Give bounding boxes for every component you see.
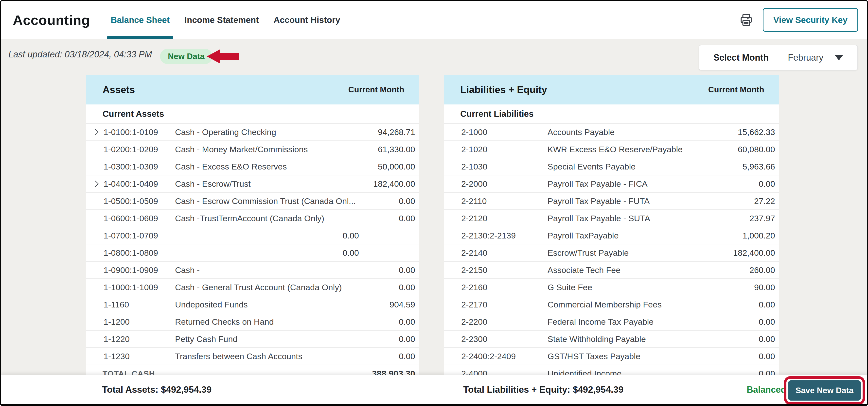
account-number: 2-2110 [461,196,548,206]
month-select-value: February [788,53,827,63]
table-row[interactable]: 1-1220Petty Cash Fund0.00 [86,331,419,348]
account-name: GST/HST Taxes Payable [548,351,759,361]
account-name: Federal Income Tax Payable [548,317,759,327]
account-number: 1-0500:1-0509 [103,196,175,206]
assets-current-month-column: Current Month [348,85,404,94]
table-row[interactable]: 2-2400:2-2409GST/HST Taxes Payable0.00 [444,348,779,365]
account-number: 2-1030 [461,162,548,171]
account-value: 237.97 [749,213,779,223]
month-select[interactable]: Select Month February [699,45,858,70]
account-name: Payroll Tax Payable - SUTA [548,213,749,223]
account-name: Payroll TaxPayable [548,231,743,240]
table-row[interactable]: 2-2160G Suite Fee90.00 [444,279,779,296]
tab-income-statement[interactable]: Income Statement [184,1,258,39]
account-name: Cash - General Trust Account (Canada Onl… [175,282,399,292]
account-value: 0.00 [399,265,419,275]
tab-account-history[interactable]: Account History [274,1,340,39]
table-row[interactable]: 2-2120Payroll Tax Payable - SUTA237.97 [444,210,779,227]
account-number: 1-0700:1-0709 [103,231,175,240]
account-value: 182,400.00 [733,248,779,258]
table-row[interactable]: 1-0400:1-0409Cash - Escrow/Trust182,400.… [86,175,419,193]
total-assets-text: Total Assets: $492,954.39 [102,384,212,395]
view-security-key-button[interactable]: View Security Key [763,8,858,32]
account-number: 2-2300 [461,334,548,344]
table-row[interactable]: 1-0800:1-08090.00 [86,244,419,262]
header-actions: View Security Key [739,1,858,39]
totals-footer: Total Assets: $492,954.39 Total Liabilit… [1,375,867,404]
account-value: 0.00 [759,334,779,344]
account-name: Returned Checks on Hand [175,317,399,327]
table-row[interactable]: 2-2300State Withholding Payable0.00 [444,331,779,348]
account-number: 1-1220 [103,334,175,344]
save-new-data-button[interactable]: Save New Data [788,380,861,401]
account-number: 1-0200:1-0209 [103,145,175,154]
table-row[interactable]: 1-0600:1-0609Cash -TrustTermAccount (Can… [86,210,419,227]
table-row[interactable]: 2-1030Special Events Payable5,963.66 [444,158,779,175]
chevron-right-icon[interactable] [93,180,103,188]
account-number: 2-2000 [461,179,548,189]
account-value: 0.00 [399,282,419,292]
table-row[interactable]: 2-1020KWR Excess E&O Reserve/Payable60,0… [444,141,779,158]
account-number: 1-0600:1-0609 [103,213,175,223]
account-number: 2-2200 [461,317,548,327]
account-value: 1,000.20 [743,231,779,240]
account-value: 61,330.00 [378,145,419,154]
table-row[interactable]: 2-2110Payroll Tax Payable - FUTA27.22 [444,193,779,210]
table-row[interactable]: 1-0500:1-0509Cash - Escrow Commission Tr… [86,193,419,210]
chevron-right-icon[interactable] [93,128,103,136]
month-select-label: Select Month [713,53,769,63]
account-value: 260.00 [749,265,779,275]
table-row[interactable]: 1-0100:1-0109Cash - Operating Checking94… [86,124,419,141]
table-row[interactable]: 2-2140Escrow/Trust Payable182,400.00 [444,244,779,262]
account-number: 2-2150 [461,265,548,275]
table-row[interactable]: 2-1000Accounts Payable15,662.33 [444,124,779,141]
account-name: State Withholding Payable [548,334,759,344]
account-name: Cash - Operating Checking [175,127,378,137]
account-value: 182,400.00 [373,179,419,189]
account-value: 5,963.66 [743,162,779,171]
account-value: 904.59 [390,300,419,309]
table-row[interactable]: 1-1000:1-1009Cash - General Trust Accoun… [86,279,419,296]
account-value: 0.00 [759,179,779,189]
account-name: Associate Tech Fee [548,265,749,275]
table-row[interactable]: 2-2130:2-2139Payroll TaxPayable1,000.20 [444,227,779,244]
account-value: 27.22 [754,196,779,206]
table-row[interactable]: 1-1230Transfers between Cash Accounts0.0… [86,348,419,365]
app-header: Accounting Balance SheetIncome Statement… [1,1,867,39]
assets-section-header: Current Assets [86,104,419,124]
account-number: 1-1230 [103,351,175,361]
account-name: Payroll Tax Payable - FUTA [548,196,754,206]
account-number: 2-2400:2-2409 [461,351,548,361]
account-value: 0.00 [343,231,419,240]
account-number: 1-1200 [103,317,175,327]
arrow-left-icon [207,49,240,65]
account-number: 2-2130:2-2139 [461,231,548,240]
account-name: Cash - Excess E&O Reserves [175,162,378,171]
account-value: 0.00 [399,196,419,206]
table-row[interactable]: 2-2150Associate Tech Fee260.00 [444,262,779,279]
table-row[interactable]: 1-0200:1-0209Cash - Money Market/Commiss… [86,141,419,158]
table-row[interactable]: 1-1160Undeposited Funds904.59 [86,296,419,313]
printer-icon[interactable] [739,12,754,28]
account-name: Transfers between Cash Accounts [175,351,399,361]
last-updated-text: Last updated: 03/18/2024, 04:33 PM [8,49,152,60]
table-row[interactable]: 1-1200Returned Checks on Hand0.00 [86,313,419,331]
tab-balance-sheet[interactable]: Balance Sheet [111,1,169,39]
assets-table-title: Assets [102,84,135,95]
assets-rows: 1-0100:1-0109Cash - Operating Checking94… [86,124,419,365]
account-number: 2-2120 [461,213,548,223]
table-row[interactable]: 2-2000Payroll Tax Payable - FICA0.00 [444,175,779,193]
table-row[interactable]: 2-2170Commercial Membership Fees0.00 [444,296,779,313]
account-number: 2-1020 [461,145,548,154]
tab-bar: Balance SheetIncome StatementAccount His… [111,1,340,39]
table-row[interactable]: 1-0700:1-07090.00 [86,227,419,244]
table-row[interactable]: 1-0900:1-0909Cash -0.00 [86,262,419,279]
save-highlight-ring: Save New Data [784,376,865,405]
table-row[interactable]: 2-2200Federal Income Tax Payable0.00 [444,313,779,331]
account-name: Cash - Escrow Commission Trust (Canada O… [175,196,399,206]
table-row[interactable]: 1-0300:1-0309Cash - Excess E&O Reserves5… [86,158,419,175]
account-number: 1-0400:1-0409 [103,179,175,189]
account-value: 15,662.33 [738,127,779,137]
account-name: Accounts Payable [548,127,738,137]
account-value: 0.00 [343,248,419,258]
